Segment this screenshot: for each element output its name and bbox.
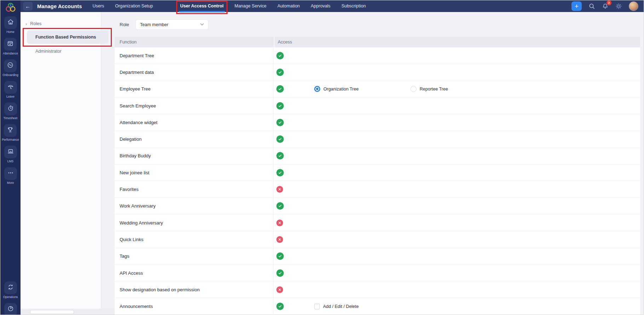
function-label: New joinee list	[115, 164, 274, 181]
table-row: Favorites	[115, 181, 640, 198]
table-row: Quick Links	[115, 231, 640, 248]
function-label: Work Anniversary	[115, 198, 274, 214]
lms-laptop-icon	[7, 148, 14, 156]
radio-option-reportee-tree[interactable]: Reportee Tree	[410, 86, 448, 92]
function-label: Search Employee	[115, 98, 274, 114]
radio-icon[interactable]	[314, 86, 320, 92]
sidebar-item-lms[interactable]: LMS	[4, 146, 17, 163]
function-label: Department data	[115, 64, 274, 80]
access-allowed-icon[interactable]	[276, 102, 284, 110]
access-cell	[274, 114, 640, 130]
table-row: Tags	[115, 248, 640, 265]
roles-panel: › Roles Function Based Permissions Admin…	[21, 12, 101, 315]
radio-option-organization-tree[interactable]: Organization Tree	[314, 86, 410, 92]
function-label: Wedding Anniversary	[115, 215, 274, 231]
function-label: API Access	[115, 265, 274, 281]
nav-tab-users[interactable]: Users	[93, 0, 104, 12]
settings-gear-icon[interactable]	[615, 3, 622, 10]
nav-tab-subscription[interactable]: Subscription	[341, 0, 366, 12]
table-row: API Access	[115, 265, 640, 281]
access-allowed-icon[interactable]	[276, 269, 284, 277]
nav-tab-approvals[interactable]: Approvals	[311, 0, 330, 12]
sidebar-item-timesheet[interactable]: Timesheet	[4, 103, 17, 120]
sidebar-item-home[interactable]: Home	[4, 16, 17, 34]
app-window: Home Attendance Onboarding Leave Timeshe…	[0, 0, 644, 315]
table-row: Birthday Buddy	[115, 148, 640, 164]
nav-right-actions: + 2	[571, 1, 638, 11]
role-dropdown[interactable]: Team member	[136, 19, 208, 30]
function-label: Favorites	[115, 181, 274, 197]
notifications-bell-icon[interactable]: 2	[602, 3, 609, 10]
access-cell	[274, 148, 640, 164]
zoho-people-logo-icon	[5, 1, 17, 13]
access-allowed-icon[interactable]	[276, 69, 284, 76]
access-denied-icon[interactable]	[276, 236, 283, 243]
function-label: Quick Links	[115, 231, 274, 247]
access-options: Organization Tree Reportee Tree	[314, 86, 448, 92]
permissions-content: Role Team member Function Access Departm…	[101, 12, 644, 315]
checkbox-option-add-edit-delete[interactable]: Add / Edit / Delete	[314, 304, 359, 309]
access-cell	[274, 64, 640, 80]
access-denied-icon[interactable]	[276, 186, 283, 193]
access-allowed-icon[interactable]	[276, 252, 284, 260]
table-header: Function Access	[115, 37, 640, 47]
access-allowed-icon[interactable]	[276, 202, 284, 210]
horizontal-scrollbar-track	[21, 309, 115, 315]
sidebar-item-more[interactable]: More	[4, 167, 17, 185]
back-button[interactable]: ←	[23, 2, 33, 11]
search-icon[interactable]	[588, 3, 595, 10]
operations-sync-icon	[7, 284, 14, 292]
permissions-table: Function Access Department Tree Departme…	[115, 37, 640, 315]
horizontal-scrollbar-thumb[interactable]	[30, 310, 74, 314]
access-cell	[274, 164, 640, 181]
panel-item-administrator[interactable]: Administrator	[35, 49, 62, 54]
app-sidebar: Home Attendance Onboarding Leave Timeshe…	[0, 0, 21, 315]
access-cell	[274, 265, 640, 281]
sidebar-item-leave[interactable]: Leave	[4, 81, 17, 98]
notification-count-badge: 2	[606, 0, 611, 5]
access-cell	[274, 215, 640, 231]
checkbox-icon[interactable]	[314, 304, 320, 309]
chevron-down-icon	[200, 23, 204, 26]
add-button[interactable]: +	[571, 1, 582, 11]
table-row: Search Employee	[115, 98, 640, 114]
active-tab-underline	[179, 11, 225, 12]
function-label: Tags	[115, 248, 274, 264]
sidebar-item-attendance[interactable]: Attendance	[3, 38, 18, 55]
table-row: Show designation based on permission	[115, 281, 640, 298]
chevron-right-icon: ›	[25, 22, 27, 26]
access-denied-icon[interactable]	[276, 220, 283, 226]
access-cell	[274, 231, 640, 247]
nav-tab-automation[interactable]: Automation	[277, 0, 300, 12]
sidebar-item-operations[interactable]: Operations	[3, 281, 18, 299]
roles-group-toggle[interactable]: › Roles	[25, 21, 41, 26]
column-header-access: Access	[275, 37, 640, 47]
function-label: Department Tree	[115, 47, 274, 64]
nav-tab-organization-setup[interactable]: Organization Setup	[115, 0, 153, 12]
access-allowed-icon[interactable]	[276, 303, 284, 310]
table-row: Department data	[115, 64, 640, 81]
radio-icon[interactable]	[410, 86, 416, 92]
table-row: Announcements Add / Edit / Delete	[115, 298, 640, 315]
access-allowed-icon[interactable]	[276, 119, 284, 126]
attendance-calendar-icon	[7, 40, 14, 48]
user-avatar[interactable]	[629, 1, 638, 11]
function-label: Attendance widget	[115, 114, 274, 130]
sidebar-item-performance[interactable]: Performance	[2, 124, 19, 141]
access-allowed-icon[interactable]	[276, 152, 284, 159]
nav-tab-user-access-control[interactable]: User Access Control	[180, 0, 224, 12]
access-denied-icon[interactable]	[276, 286, 283, 293]
panel-item-function-based-permissions[interactable]: Function Based Permissions	[27, 30, 108, 44]
roles-group-label: Roles	[30, 21, 41, 26]
nav-tab-manage-service[interactable]: Manage Service	[235, 0, 266, 12]
access-cell: Add / Edit / Delete	[274, 298, 640, 314]
access-allowed-icon[interactable]	[276, 85, 284, 93]
leave-umbrella-icon	[7, 83, 14, 92]
access-allowed-icon[interactable]	[276, 52, 284, 59]
function-label: Announcements	[115, 298, 274, 314]
access-options: Add / Edit / Delete	[314, 304, 359, 309]
sidebar-item-item[interactable]	[4, 303, 17, 315]
access-allowed-icon[interactable]	[276, 135, 284, 143]
access-allowed-icon[interactable]	[276, 169, 284, 176]
sidebar-item-onboarding[interactable]: Onboarding	[2, 59, 18, 77]
